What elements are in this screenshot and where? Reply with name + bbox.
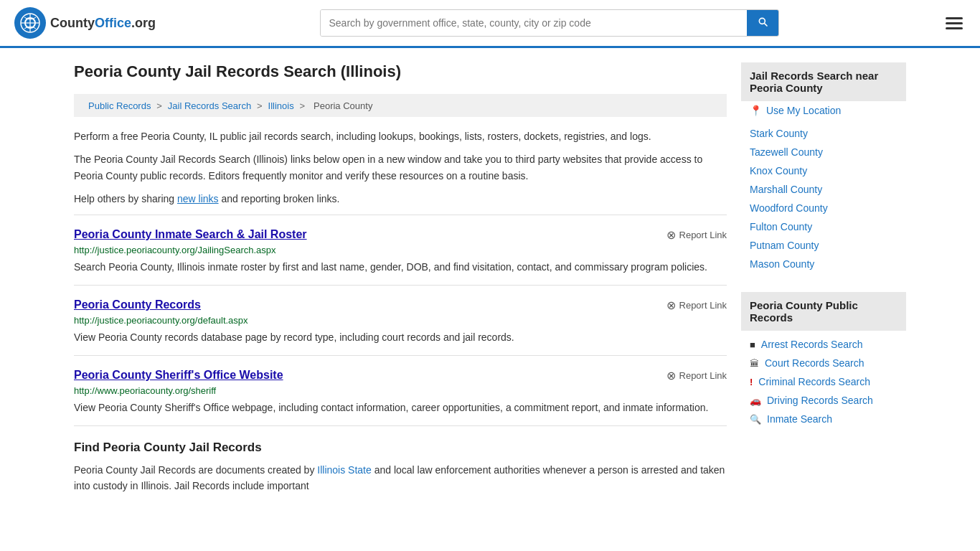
result-url-3[interactable]: http://www.peoriacounty.org/sheriff — [74, 385, 727, 396]
nearby-section-title: Jail Records Search near Peoria County — [741, 62, 906, 101]
result-desc-2: View Peoria County records database page… — [74, 330, 727, 345]
report-icon-2: ⊗ — [666, 298, 676, 312]
content-area: Peoria County Jail Records Search (Illin… — [74, 62, 727, 494]
find-section-title: Find Peoria County Jail Records — [74, 441, 727, 455]
sidebar: Jail Records Search near Peoria County 📍… — [741, 62, 906, 494]
search-input[interactable] — [321, 10, 747, 36]
nearby-county-5: Woodford County — [741, 199, 906, 217]
logo-text: CountyOffice.org — [50, 16, 156, 31]
nearby-county-1: Stark County — [741, 124, 906, 143]
result-title-2: Peoria County Records — [74, 298, 201, 311]
record-item-5: 🔍 Inmate Search — [741, 410, 906, 428]
breadcrumb-current: Peoria County — [314, 100, 372, 111]
report-link-3[interactable]: ⊗ Report Link — [666, 369, 727, 382]
find-section-description: Peoria County Jail Records are documents… — [74, 462, 727, 494]
nearby-county-6: Fulton County — [741, 217, 906, 236]
result-desc-3: View Peoria County Sheriff's Office webp… — [74, 400, 727, 415]
result-title-3: Peoria County Sheriff's Office Website — [74, 369, 283, 382]
breadcrumb-jail-records[interactable]: Jail Records Search — [168, 100, 251, 111]
nearby-counties-list: Stark County Tazewell County Knox County… — [741, 120, 906, 278]
court-icon: 🏛 — [750, 358, 759, 369]
arrest-records-link[interactable]: Arrest Records Search — [761, 339, 863, 350]
new-links-link[interactable]: new links — [177, 193, 219, 204]
nearby-county-2: Tazewell County — [741, 143, 906, 161]
result-header-3: Peoria County Sheriff's Office Website ⊗… — [74, 369, 727, 382]
driving-icon: 🚗 — [750, 395, 761, 406]
search-button[interactable] — [747, 10, 778, 36]
result-desc-1: Search Peoria County, Illinois inmate ro… — [74, 260, 727, 275]
result-url-1[interactable]: http://justice.peoriacounty.org/JailingS… — [74, 245, 727, 255]
nearby-county-4: Marshall County — [741, 180, 906, 199]
description-1: Perform a free Peoria County, IL public … — [74, 128, 727, 144]
criminal-records-link[interactable]: Criminal Records Search — [758, 376, 870, 387]
breadcrumb-sep2: > — [257, 100, 263, 111]
main-container: Peoria County Jail Records Search (Illin… — [60, 48, 920, 508]
description-2: The Peoria County Jail Records Search (I… — [74, 151, 727, 184]
breadcrumb-illinois[interactable]: Illinois — [268, 100, 294, 111]
search-wrapper — [320, 9, 779, 37]
nearby-county-8: Mason County — [741, 255, 906, 273]
criminal-icon: ! — [750, 377, 753, 387]
page-title: Peoria County Jail Records Search (Illin… — [74, 62, 727, 81]
use-location-row: 📍 Use My Location — [741, 101, 906, 120]
driving-records-link[interactable]: Driving Records Search — [767, 395, 873, 406]
result-header-1: Peoria County Inmate Search & Jail Roste… — [74, 228, 727, 242]
inmate-search-link[interactable]: Inmate Search — [767, 413, 832, 425]
record-item-2: 🏛 Court Records Search — [741, 354, 906, 372]
record-item-1: ■ Arrest Records Search — [741, 335, 906, 354]
results-list: Peoria County Inmate Search & Jail Roste… — [74, 215, 727, 426]
public-records-list: ■ Arrest Records Search 🏛 Court Records … — [741, 331, 906, 433]
breadcrumb-sep3: > — [300, 100, 306, 111]
use-location-link[interactable]: Use My Location — [766, 105, 841, 116]
search-area — [320, 9, 779, 37]
result-link-2[interactable]: Peoria County Records — [74, 298, 201, 311]
hamburger-menu-button[interactable] — [943, 14, 966, 32]
breadcrumb: Public Records > Jail Records Search > I… — [74, 94, 727, 117]
nearby-county-7: Putnam County — [741, 236, 906, 255]
result-item-3: Peoria County Sheriff's Office Website ⊗… — [74, 355, 727, 426]
public-records-section: Peoria County Public Records ■ Arrest Re… — [741, 292, 906, 433]
inmate-icon: 🔍 — [750, 414, 761, 425]
nearby-section: Jail Records Search near Peoria County 📍… — [741, 62, 906, 278]
breadcrumb-sep1: > — [156, 100, 162, 111]
court-records-link[interactable]: Court Records Search — [765, 357, 864, 369]
record-item-3: ! Criminal Records Search — [741, 372, 906, 391]
result-title-1: Peoria County Inmate Search & Jail Roste… — [74, 228, 307, 241]
public-records-title: Peoria County Public Records — [741, 292, 906, 331]
location-pin-icon: 📍 — [750, 105, 762, 116]
arrest-icon: ■ — [750, 339, 755, 350]
result-item-2: Peoria County Records ⊗ Report Link http… — [74, 285, 727, 355]
result-url-2[interactable]: http://justice.peoriacounty.org/default.… — [74, 315, 727, 326]
result-header-2: Peoria County Records ⊗ Report Link — [74, 298, 727, 312]
logo-icon — [14, 7, 46, 39]
logo-area: CountyOffice.org — [14, 7, 156, 39]
result-item-1: Peoria County Inmate Search & Jail Roste… — [74, 215, 727, 285]
record-item-4: 🚗 Driving Records Search — [741, 391, 906, 410]
illinois-state-link[interactable]: Illinois State — [317, 464, 371, 476]
description-3: Help others by sharing new links and rep… — [74, 191, 727, 207]
site-header: CountyOffice.org — [0, 0, 980, 48]
nearby-county-3: Knox County — [741, 161, 906, 180]
report-icon-3: ⊗ — [666, 369, 676, 382]
result-link-1[interactable]: Peoria County Inmate Search & Jail Roste… — [74, 228, 307, 240]
result-link-3[interactable]: Peoria County Sheriff's Office Website — [74, 369, 283, 381]
description-section: Perform a free Peoria County, IL public … — [74, 128, 727, 207]
breadcrumb-public-records[interactable]: Public Records — [88, 100, 151, 111]
report-icon-1: ⊗ — [666, 228, 676, 242]
find-section: Find Peoria County Jail Records Peoria C… — [74, 433, 727, 494]
report-link-1[interactable]: ⊗ Report Link — [666, 228, 727, 242]
report-link-2[interactable]: ⊗ Report Link — [666, 298, 727, 312]
